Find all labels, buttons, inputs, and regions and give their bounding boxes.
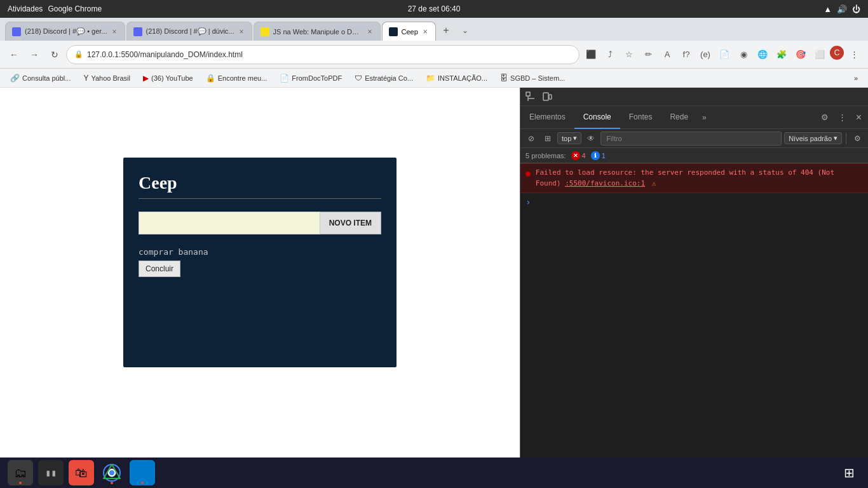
bookmark-encontre[interactable]: 🔒 Encontre meu... [201, 72, 273, 85]
vscode-app-indicator [141, 482, 144, 484]
tab-favicon-js [261, 27, 269, 36]
tab-ceep[interactable]: Ceep × [382, 22, 436, 41]
new-tab-button[interactable]: + [437, 22, 455, 39]
warn-badge[interactable]: ℹ 1 [591, 151, 606, 160]
bookmarks-overflow[interactable]: » [849, 72, 863, 84]
forward-button[interactable]: → [25, 46, 43, 64]
tab-discord-2[interactable]: (218) Discord | #💬 | dúvic... × [126, 22, 252, 41]
tab-bar: (218) Discord | #💬 • ger... × (218) Disc… [0, 18, 868, 41]
tab-js[interactable]: JS na Web: Manipule o DC... × [254, 22, 381, 41]
taskbar: 🗂 ▮▮ 🛍 ⊞ [0, 458, 868, 488]
error-badge[interactable]: ✕ 4 [571, 151, 586, 160]
error-link[interactable]: :5500/favicon.ico:1 [565, 179, 645, 187]
bookmark-encontre-label: Encontre meu... [218, 74, 268, 82]
context-selector[interactable]: top ▾ [557, 132, 581, 144]
bookmark-estrategia-label: Estratégia Co... [365, 74, 413, 82]
tab-close-discord-2[interactable]: × [238, 27, 245, 37]
error-row-icon: ● [526, 168, 531, 178]
bookmark-consulta[interactable]: 🔗 Consulta públ... [5, 72, 76, 85]
bookmark-youtube[interactable]: ▶ (36) YouTube [138, 72, 198, 85]
bookmark-fromdoc-label: FromDocToPDF [292, 74, 342, 82]
sidebar-icon[interactable]: ⬜ [811, 46, 829, 64]
ext2-icon[interactable]: 🌐 [754, 46, 771, 64]
filter-toggle-button[interactable]: ⊞ [541, 132, 555, 146]
taskbar-app-chrome[interactable] [99, 460, 125, 485]
devtools-icons: ⚙ ⋮ × [817, 109, 868, 126]
devtools-more-tabs[interactable]: » [697, 113, 712, 122]
terminal-icon: ▮▮ [45, 467, 57, 478]
prompt-arrow-icon: › [526, 197, 531, 207]
taskbar-app-terminal[interactable]: ▮▮ [38, 460, 64, 485]
clear-console-button[interactable]: ⊘ [524, 132, 538, 146]
tab-fontes[interactable]: Fontes [620, 106, 661, 129]
taskbar-app-installer[interactable]: 🛍 [69, 460, 94, 485]
tab-discord-1[interactable]: (218) Discord | #💬 • ger... × [5, 22, 125, 41]
devtools-settings-icon[interactable]: ⚙ [817, 109, 833, 126]
tab-close-ceep[interactable]: × [422, 27, 429, 37]
toolbar-icons: ⬛ ⤴ ☆ ✏ A f? (e) 📄 ◉ 🌐 🧩 🎯 ⬜ C ⋮ [582, 46, 863, 64]
bookmark-sgbd[interactable]: 🗄 SGBD – Sistem... [495, 72, 570, 85]
ceep-input-row: NOVO ITEM [139, 212, 381, 234]
ext4-icon[interactable]: 🎯 [792, 46, 810, 64]
tab-favicon-discord-1 [12, 27, 21, 36]
pdf-icon[interactable]: 📄 [715, 46, 733, 64]
app-grid-button[interactable]: ⊞ [837, 461, 860, 484]
files-icon: 🗂 [14, 466, 27, 480]
ceep-complete-button[interactable]: Concluir [139, 261, 180, 277]
warn-count: 1 [602, 152, 606, 159]
problems-label: 5 problemas: [526, 152, 566, 159]
inspect-element-button[interactable] [523, 89, 538, 104]
readwise-icon[interactable]: (e) [696, 46, 714, 64]
taskbar-app-vscode[interactable] [130, 460, 155, 485]
log-levels-selector[interactable]: Níveis padrão ▾ [784, 132, 842, 144]
url-bar[interactable]: 🔒 127.0.0.1:5500/manipulando_DOM/index.h… [66, 45, 580, 64]
taskbar-app-files[interactable]: 🗂 [8, 460, 33, 485]
power-icon: ⏻ [852, 4, 860, 14]
devtools-more-icon[interactable]: ⋮ [834, 109, 851, 126]
back-button[interactable]: ← [5, 46, 23, 64]
devtools-settings2-icon[interactable]: ⚙ [850, 132, 864, 146]
bookmark-icon[interactable]: ☆ [620, 46, 638, 64]
ceep-new-item-input[interactable] [139, 212, 320, 234]
bookmark-yahoo[interactable]: Y Yahoo Brasil [78, 72, 135, 85]
bookmark-youtube-label: (36) YouTube [151, 74, 193, 82]
profile-icon[interactable]: C [830, 46, 844, 60]
live-expressions-button[interactable]: 👁 [584, 132, 598, 146]
bookmark-yahoo-label: Yahoo Brasil [91, 74, 130, 82]
devtools-tab-bar: Elementos Console Fontes Rede » ⚙ ⋮ × [520, 106, 868, 129]
customize-chrome-icon[interactable]: ✏ [639, 46, 657, 64]
console-filter-input[interactable] [600, 132, 782, 146]
url-text: 127.0.0.1:5500/manipulando_DOM/index.htm… [87, 50, 571, 59]
console-prompt[interactable]: › [520, 193, 868, 211]
problems-bar: 5 problemas: ✕ 4 ℹ 1 [520, 148, 868, 163]
system-bar-right: ▲ 🔊 ⏻ [824, 4, 860, 14]
wifi-icon: ▲ [824, 4, 832, 14]
ext3-icon[interactable]: 🧩 [773, 46, 790, 64]
ceep-add-button[interactable]: NOVO ITEM [320, 212, 381, 234]
bookmark-instalacao-icon: 📁 [426, 74, 435, 83]
tab-close-js[interactable]: × [367, 27, 374, 37]
tab-overflow-button[interactable]: ⌄ [456, 22, 474, 39]
installer-icon: 🛍 [75, 466, 88, 480]
share-icon[interactable]: ⤴ [601, 46, 619, 64]
volume-icon: 🔊 [837, 4, 847, 14]
search-labs-icon[interactable]: f? [677, 46, 695, 64]
cast-icon[interactable]: ⬛ [582, 46, 600, 64]
reload-button[interactable]: ↻ [46, 46, 64, 64]
bookmark-sgbd-icon: 🗄 [500, 74, 508, 83]
devtools-close-button[interactable]: × [852, 112, 865, 123]
font-icon[interactable]: A [658, 46, 676, 64]
error-circle: ✕ [571, 151, 580, 160]
tab-elementos[interactable]: Elementos [520, 106, 574, 129]
tab-console[interactable]: Console [574, 106, 620, 129]
tab-close-discord-1[interactable]: × [111, 27, 118, 37]
ext1-icon[interactable]: ◉ [735, 46, 752, 64]
bookmark-estrategia[interactable]: 🛡 Estratégia Co... [349, 72, 418, 85]
bookmark-fromdoc[interactable]: 📄 FromDocToPDF [275, 72, 347, 85]
activities-label[interactable]: Atividades [8, 4, 43, 13]
device-toolbar-button[interactable] [539, 89, 555, 104]
more-icon[interactable]: ⋮ [845, 46, 863, 64]
chrome-frame: (218) Discord | #💬 • ger... × (218) Disc… [0, 18, 868, 458]
bookmark-instalacao[interactable]: 📁 INSTALAÇÃO... [421, 72, 492, 85]
tab-rede[interactable]: Rede [661, 106, 697, 129]
